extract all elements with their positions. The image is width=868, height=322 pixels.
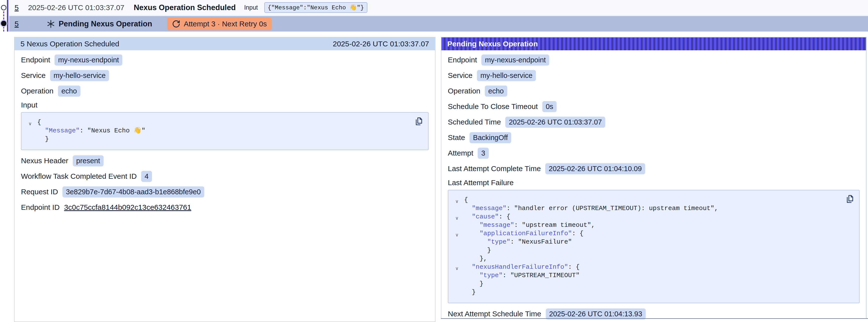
field-value-badge: present bbox=[73, 155, 104, 166]
field-value-badge: echo bbox=[485, 86, 507, 97]
copy-button[interactable] bbox=[845, 194, 855, 204]
field-label: State bbox=[448, 133, 465, 142]
field-value-badge: 4 bbox=[141, 171, 152, 182]
detail-field-row: Operationecho bbox=[448, 85, 860, 97]
detail-field-row: Endpointmy-nexus-endpoint bbox=[21, 54, 429, 66]
history-row-pending-nexus-operation[interactable]: 5 Pending Nexus Operation Attempt 3 · Ne… bbox=[9, 16, 868, 32]
json-line: } bbox=[464, 280, 842, 288]
field-label: Endpoint bbox=[21, 56, 50, 64]
collapse-chevron-icon[interactable]: ∨ bbox=[455, 214, 459, 222]
input-value-chip: {"Message":"Nexus Echo 👋"} bbox=[264, 2, 367, 13]
json-line: "type": "NexusFailure" bbox=[464, 238, 842, 246]
json-key: "message" bbox=[479, 221, 514, 229]
json-line: ∨{ bbox=[37, 118, 411, 127]
panel-title: Pending Nexus Operation bbox=[447, 40, 538, 48]
json-text: : "NexusFailure" bbox=[510, 238, 572, 246]
collapse-chevron-icon[interactable]: ∨ bbox=[455, 230, 459, 239]
json-line: } bbox=[464, 246, 842, 254]
field-label: Scheduled Time bbox=[448, 118, 501, 126]
event-id-link[interactable]: 5 bbox=[14, 3, 19, 12]
json-text: { bbox=[464, 196, 468, 204]
field-label: Schedule To Close Timeout bbox=[448, 102, 538, 111]
retry-icon bbox=[172, 20, 180, 28]
json-line: "message": "handler error (UPSTREAM_TIME… bbox=[464, 204, 842, 213]
field-value-badge: 2025-02-26 UTC 01:04:10.09 bbox=[545, 163, 645, 174]
field-value-badge: 0s bbox=[542, 101, 557, 112]
field-value-badge: 2025-02-26 UTC 01:04:13.93 bbox=[546, 309, 646, 320]
json-key: "nexusHandlerFailureInfo" bbox=[472, 263, 568, 271]
collapse-chevron-icon[interactable]: ∨ bbox=[28, 119, 32, 128]
field-label: Endpoint ID bbox=[21, 203, 60, 212]
field-value-badge: BackingOff bbox=[469, 132, 511, 143]
json-text: }, bbox=[464, 255, 487, 262]
detail-field-row: Last Attempt Complete Time2025-02-26 UTC… bbox=[448, 163, 860, 174]
field-value-badge: 3 bbox=[478, 148, 489, 159]
event-id-link[interactable]: 5 bbox=[14, 20, 19, 28]
field-label: Last Attempt Complete Time bbox=[448, 164, 541, 173]
json-key: "applicationFailureInfo" bbox=[479, 230, 572, 237]
history-row-nexus-operation-scheduled[interactable]: 5 2025-02-26 UTC 01:03:37.07 Nexus Opera… bbox=[9, 0, 868, 15]
json-text: : { bbox=[568, 263, 580, 271]
input-json-block: ∨{ "Message": "Nexus Echo 👋" } bbox=[21, 112, 429, 150]
field-value-badge: my-hello-service bbox=[50, 70, 109, 81]
json-text: } bbox=[464, 280, 483, 288]
timeline-current-event-marker-icon bbox=[0, 20, 7, 27]
json-text: { bbox=[37, 119, 41, 126]
panel-title: 5 Nexus Operation Scheduled bbox=[21, 40, 119, 48]
json-text: } bbox=[464, 288, 476, 296]
field-value-badge: 3e829b7e-7d67-4b08-aad3-b1e868bfe9e0 bbox=[62, 186, 204, 197]
field-value-badge: 2025-02-26 UTC 01:03:37.07 bbox=[505, 117, 605, 128]
json-line: } bbox=[37, 135, 411, 143]
detail-field-row: Attempt3 bbox=[448, 148, 860, 159]
json-line: ∨ "applicationFailureInfo": { bbox=[464, 229, 842, 238]
detail-field-row: Request ID3e829b7e-7d67-4b08-aad3-b1e868… bbox=[21, 186, 429, 197]
json-line: ∨{ bbox=[464, 196, 842, 204]
detail-field-row: Nexus Headerpresent bbox=[21, 155, 429, 166]
last-attempt-failure-json-block: ∨{ "message": "handler error (UPSTREAM_T… bbox=[448, 190, 860, 303]
detail-field-row: StateBackingOff bbox=[448, 132, 860, 143]
json-text bbox=[464, 205, 472, 212]
field-label: Endpoint bbox=[448, 56, 477, 64]
field-value-badge: my-hello-service bbox=[477, 70, 536, 81]
detail-field-row: Next Attempt Schedule Time2025-02-26 UTC… bbox=[448, 308, 860, 320]
json-text: : { bbox=[499, 213, 510, 220]
field-label: Operation bbox=[448, 87, 480, 95]
detail-field-row: Workflow Task Completed Event ID4 bbox=[21, 171, 429, 182]
field-label: Attempt bbox=[448, 149, 473, 157]
section-bottom-divider bbox=[441, 318, 868, 319]
collapse-chevron-icon[interactable]: ∨ bbox=[455, 197, 459, 205]
copy-button[interactable] bbox=[414, 117, 424, 127]
detail-field-row: Endpoint ID3c0c75ccfa8144b092c13ce632463… bbox=[21, 202, 429, 213]
timeline-event-marker-icon bbox=[1, 5, 6, 10]
detail-field-row: Schedule To Close Timeout0s bbox=[448, 101, 860, 112]
copy-icon bbox=[845, 194, 855, 204]
json-text bbox=[464, 221, 479, 229]
json-key: "message" bbox=[472, 205, 506, 212]
panel-header-pending: Pending Nexus Operation bbox=[441, 37, 866, 50]
json-line: "message": "upstream timeout", bbox=[464, 221, 842, 229]
json-key: "cause" bbox=[472, 213, 499, 220]
collapse-chevron-icon[interactable]: ∨ bbox=[455, 264, 459, 272]
timeline-active-line bbox=[7, 0, 8, 32]
field-label: Last Attempt Failure bbox=[448, 179, 860, 187]
attempt-retry-badge: Attempt 3 · Next Retry 0s bbox=[167, 18, 272, 30]
event-title: Nexus Operation Scheduled bbox=[134, 3, 236, 12]
json-text: } bbox=[464, 247, 491, 254]
json-line: }, bbox=[464, 254, 842, 263]
detail-field-row: Servicemy-hello-service bbox=[448, 70, 860, 81]
json-line: ∨ "cause": { bbox=[464, 213, 842, 221]
detail-field-row: Operationecho bbox=[21, 85, 429, 97]
json-key: "type" bbox=[479, 272, 503, 279]
field-label: Workflow Task Completed Event ID bbox=[21, 172, 137, 181]
field-label: Request ID bbox=[21, 188, 58, 196]
pending-asterisk-icon bbox=[46, 20, 55, 28]
panel-pending-nexus-operation: Pending Nexus Operation Endpointmy-nexus… bbox=[441, 37, 867, 318]
event-timestamp: 2025-02-26 UTC 01:03:37.07 bbox=[28, 3, 124, 12]
json-text: : "Nexus Echo 👋" bbox=[80, 127, 145, 134]
json-text bbox=[464, 230, 479, 237]
field-value-link[interactable]: 3c0c75ccfa8144b092c13ce632463761 bbox=[64, 203, 191, 212]
detail-field-row: Endpointmy-nexus-endpoint bbox=[448, 54, 860, 66]
field-value-badge: echo bbox=[58, 86, 81, 97]
copy-icon bbox=[414, 117, 424, 126]
json-text: } bbox=[37, 135, 49, 143]
